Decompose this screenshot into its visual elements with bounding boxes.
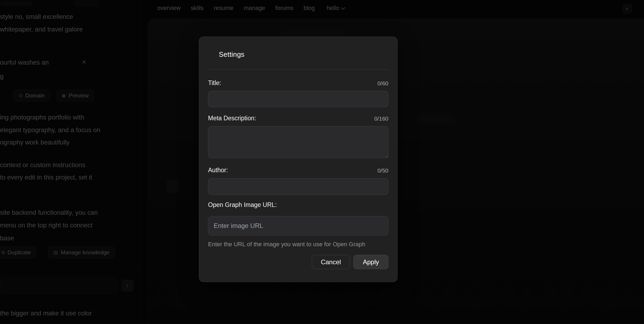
author-input[interactable] [208, 178, 388, 195]
og-image-helper-text: Enter the URL of the image you want to u… [208, 241, 388, 248]
modal-title: Settings [219, 50, 388, 59]
cancel-button[interactable]: Cancel [312, 255, 350, 269]
og-image-field-header: Open Graph Image URL: [208, 201, 388, 209]
meta-description-textarea[interactable] [208, 126, 388, 158]
meta-description-counter: 0/160 [374, 115, 388, 122]
title-input[interactable] [208, 91, 388, 107]
title-counter: 0/60 [377, 80, 388, 87]
author-field-header: Author: 0/50 [208, 167, 388, 174]
og-image-url-input[interactable] [208, 216, 388, 235]
meta-description-label: Meta Description: [208, 115, 256, 122]
meta-description-field-header: Meta Description: 0/160 [208, 115, 388, 122]
author-counter: 0/50 [377, 167, 388, 174]
author-label: Author: [208, 167, 228, 174]
title-field-header: Title: 0/60 [208, 79, 388, 87]
settings-modal: Settings Title: 0/60 Meta Description: 0… [199, 37, 398, 282]
modal-divider [208, 69, 388, 70]
modal-button-row: Cancel Apply [208, 255, 388, 269]
apply-button[interactable]: Apply [353, 255, 388, 269]
title-label: Title: [208, 79, 221, 87]
og-image-url-label: Open Graph Image URL: [208, 201, 277, 209]
